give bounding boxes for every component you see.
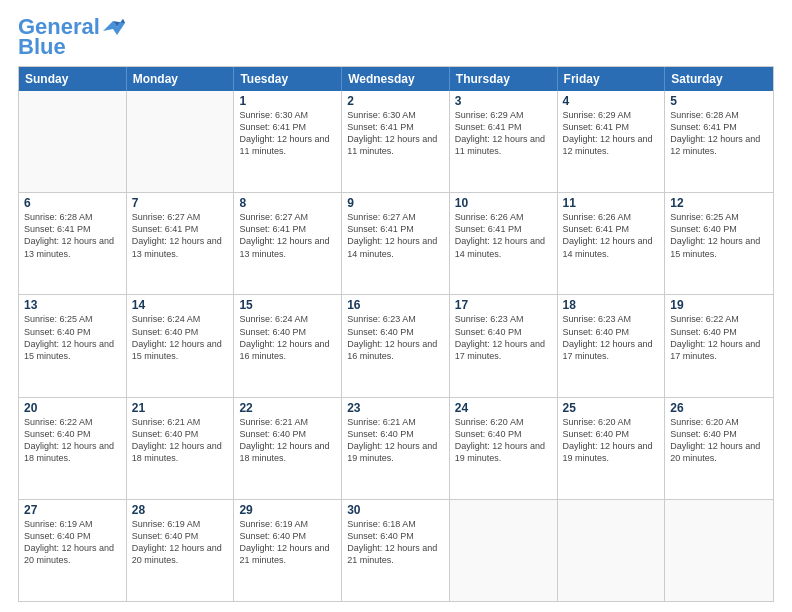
day-number: 1 <box>239 94 336 108</box>
day-info: Sunrise: 6:22 AM Sunset: 6:40 PM Dayligh… <box>670 313 768 362</box>
day-info: Sunrise: 6:24 AM Sunset: 6:40 PM Dayligh… <box>239 313 336 362</box>
day-info: Sunrise: 6:23 AM Sunset: 6:40 PM Dayligh… <box>455 313 552 362</box>
day-info: Sunrise: 6:26 AM Sunset: 6:41 PM Dayligh… <box>563 211 660 260</box>
day-number: 2 <box>347 94 444 108</box>
calendar-header-cell: Friday <box>558 67 666 91</box>
day-info: Sunrise: 6:30 AM Sunset: 6:41 PM Dayligh… <box>239 109 336 158</box>
day-number: 19 <box>670 298 768 312</box>
calendar-header-cell: Monday <box>127 67 235 91</box>
calendar-day-cell: 27Sunrise: 6:19 AM Sunset: 6:40 PM Dayli… <box>19 500 127 601</box>
calendar-day-cell: 9Sunrise: 6:27 AM Sunset: 6:41 PM Daylig… <box>342 193 450 294</box>
calendar-day-cell <box>450 500 558 601</box>
calendar-week-row: 6Sunrise: 6:28 AM Sunset: 6:41 PM Daylig… <box>19 192 773 294</box>
calendar-day-cell: 28Sunrise: 6:19 AM Sunset: 6:40 PM Dayli… <box>127 500 235 601</box>
calendar-day-cell: 23Sunrise: 6:21 AM Sunset: 6:40 PM Dayli… <box>342 398 450 499</box>
calendar-day-cell: 4Sunrise: 6:29 AM Sunset: 6:41 PM Daylig… <box>558 91 666 192</box>
page-header: General Blue <box>18 16 774 58</box>
day-info: Sunrise: 6:24 AM Sunset: 6:40 PM Dayligh… <box>132 313 229 362</box>
calendar-day-cell: 17Sunrise: 6:23 AM Sunset: 6:40 PM Dayli… <box>450 295 558 396</box>
day-info: Sunrise: 6:30 AM Sunset: 6:41 PM Dayligh… <box>347 109 444 158</box>
calendar-day-cell: 24Sunrise: 6:20 AM Sunset: 6:40 PM Dayli… <box>450 398 558 499</box>
day-info: Sunrise: 6:27 AM Sunset: 6:41 PM Dayligh… <box>347 211 444 260</box>
day-info: Sunrise: 6:19 AM Sunset: 6:40 PM Dayligh… <box>132 518 229 567</box>
calendar-day-cell: 13Sunrise: 6:25 AM Sunset: 6:40 PM Dayli… <box>19 295 127 396</box>
day-number: 26 <box>670 401 768 415</box>
calendar-day-cell: 11Sunrise: 6:26 AM Sunset: 6:41 PM Dayli… <box>558 193 666 294</box>
calendar-week-row: 13Sunrise: 6:25 AM Sunset: 6:40 PM Dayli… <box>19 294 773 396</box>
calendar-day-cell <box>558 500 666 601</box>
day-number: 30 <box>347 503 444 517</box>
calendar-day-cell: 26Sunrise: 6:20 AM Sunset: 6:40 PM Dayli… <box>665 398 773 499</box>
day-info: Sunrise: 6:25 AM Sunset: 6:40 PM Dayligh… <box>670 211 768 260</box>
calendar-day-cell: 3Sunrise: 6:29 AM Sunset: 6:41 PM Daylig… <box>450 91 558 192</box>
calendar-day-cell: 29Sunrise: 6:19 AM Sunset: 6:40 PM Dayli… <box>234 500 342 601</box>
day-number: 27 <box>24 503 121 517</box>
day-number: 22 <box>239 401 336 415</box>
logo: General Blue <box>18 16 125 58</box>
day-number: 23 <box>347 401 444 415</box>
calendar-day-cell <box>127 91 235 192</box>
calendar-day-cell: 15Sunrise: 6:24 AM Sunset: 6:40 PM Dayli… <box>234 295 342 396</box>
day-info: Sunrise: 6:19 AM Sunset: 6:40 PM Dayligh… <box>239 518 336 567</box>
calendar-week-row: 1Sunrise: 6:30 AM Sunset: 6:41 PM Daylig… <box>19 91 773 192</box>
day-info: Sunrise: 6:23 AM Sunset: 6:40 PM Dayligh… <box>563 313 660 362</box>
day-number: 28 <box>132 503 229 517</box>
calendar-day-cell: 19Sunrise: 6:22 AM Sunset: 6:40 PM Dayli… <box>665 295 773 396</box>
day-number: 6 <box>24 196 121 210</box>
day-info: Sunrise: 6:25 AM Sunset: 6:40 PM Dayligh… <box>24 313 121 362</box>
calendar-day-cell: 8Sunrise: 6:27 AM Sunset: 6:41 PM Daylig… <box>234 193 342 294</box>
calendar-header-cell: Wednesday <box>342 67 450 91</box>
day-info: Sunrise: 6:18 AM Sunset: 6:40 PM Dayligh… <box>347 518 444 567</box>
day-number: 20 <box>24 401 121 415</box>
calendar-day-cell: 18Sunrise: 6:23 AM Sunset: 6:40 PM Dayli… <box>558 295 666 396</box>
calendar-day-cell: 16Sunrise: 6:23 AM Sunset: 6:40 PM Dayli… <box>342 295 450 396</box>
calendar-week-row: 27Sunrise: 6:19 AM Sunset: 6:40 PM Dayli… <box>19 499 773 601</box>
day-number: 8 <box>239 196 336 210</box>
calendar-day-cell: 2Sunrise: 6:30 AM Sunset: 6:41 PM Daylig… <box>342 91 450 192</box>
calendar-day-cell: 25Sunrise: 6:20 AM Sunset: 6:40 PM Dayli… <box>558 398 666 499</box>
day-info: Sunrise: 6:27 AM Sunset: 6:41 PM Dayligh… <box>132 211 229 260</box>
calendar-day-cell: 10Sunrise: 6:26 AM Sunset: 6:41 PM Dayli… <box>450 193 558 294</box>
calendar-day-cell: 7Sunrise: 6:27 AM Sunset: 6:41 PM Daylig… <box>127 193 235 294</box>
calendar-day-cell: 1Sunrise: 6:30 AM Sunset: 6:41 PM Daylig… <box>234 91 342 192</box>
calendar-header-cell: Saturday <box>665 67 773 91</box>
day-number: 24 <box>455 401 552 415</box>
day-info: Sunrise: 6:29 AM Sunset: 6:41 PM Dayligh… <box>563 109 660 158</box>
day-info: Sunrise: 6:21 AM Sunset: 6:40 PM Dayligh… <box>132 416 229 465</box>
calendar-day-cell: 12Sunrise: 6:25 AM Sunset: 6:40 PM Dayli… <box>665 193 773 294</box>
day-number: 15 <box>239 298 336 312</box>
calendar-header-cell: Tuesday <box>234 67 342 91</box>
day-number: 5 <box>670 94 768 108</box>
calendar-day-cell: 6Sunrise: 6:28 AM Sunset: 6:41 PM Daylig… <box>19 193 127 294</box>
calendar-body: 1Sunrise: 6:30 AM Sunset: 6:41 PM Daylig… <box>19 91 773 601</box>
calendar-header-cell: Thursday <box>450 67 558 91</box>
day-number: 9 <box>347 196 444 210</box>
day-info: Sunrise: 6:21 AM Sunset: 6:40 PM Dayligh… <box>347 416 444 465</box>
day-number: 13 <box>24 298 121 312</box>
day-number: 3 <box>455 94 552 108</box>
day-number: 25 <box>563 401 660 415</box>
calendar-day-cell <box>19 91 127 192</box>
day-info: Sunrise: 6:20 AM Sunset: 6:40 PM Dayligh… <box>563 416 660 465</box>
day-info: Sunrise: 6:19 AM Sunset: 6:40 PM Dayligh… <box>24 518 121 567</box>
calendar-week-row: 20Sunrise: 6:22 AM Sunset: 6:40 PM Dayli… <box>19 397 773 499</box>
calendar-day-cell <box>665 500 773 601</box>
day-number: 7 <box>132 196 229 210</box>
day-number: 17 <box>455 298 552 312</box>
day-info: Sunrise: 6:29 AM Sunset: 6:41 PM Dayligh… <box>455 109 552 158</box>
day-info: Sunrise: 6:28 AM Sunset: 6:41 PM Dayligh… <box>24 211 121 260</box>
day-info: Sunrise: 6:28 AM Sunset: 6:41 PM Dayligh… <box>670 109 768 158</box>
calendar: SundayMondayTuesdayWednesdayThursdayFrid… <box>18 66 774 602</box>
day-number: 12 <box>670 196 768 210</box>
day-info: Sunrise: 6:21 AM Sunset: 6:40 PM Dayligh… <box>239 416 336 465</box>
calendar-header-cell: Sunday <box>19 67 127 91</box>
calendar-day-cell: 5Sunrise: 6:28 AM Sunset: 6:41 PM Daylig… <box>665 91 773 192</box>
day-info: Sunrise: 6:22 AM Sunset: 6:40 PM Dayligh… <box>24 416 121 465</box>
day-number: 14 <box>132 298 229 312</box>
day-number: 11 <box>563 196 660 210</box>
calendar-day-cell: 20Sunrise: 6:22 AM Sunset: 6:40 PM Dayli… <box>19 398 127 499</box>
logo-blue-text: Blue <box>18 36 66 58</box>
day-info: Sunrise: 6:26 AM Sunset: 6:41 PM Dayligh… <box>455 211 552 260</box>
logo-bird-icon <box>103 17 125 35</box>
day-info: Sunrise: 6:23 AM Sunset: 6:40 PM Dayligh… <box>347 313 444 362</box>
